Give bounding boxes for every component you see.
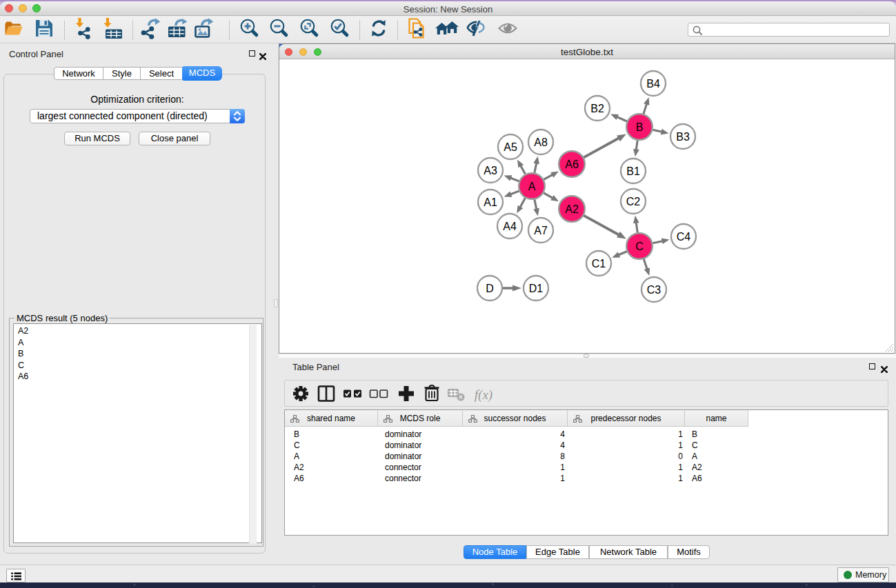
svg-text:B2: B2: [590, 103, 604, 114]
svg-text:C2: C2: [626, 196, 641, 207]
svg-text:A1: A1: [484, 196, 497, 208]
svg-text:C: C: [635, 241, 644, 252]
svg-text:A4: A4: [503, 221, 517, 232]
svg-text:A5: A5: [504, 141, 517, 153]
svg-text:A2: A2: [565, 203, 579, 215]
svg-text:A6: A6: [565, 159, 579, 170]
svg-text:C4: C4: [677, 231, 691, 243]
svg-text:C3: C3: [647, 284, 661, 296]
svg-text:C1: C1: [592, 258, 606, 270]
svg-text:D: D: [486, 283, 494, 294]
svg-text:A8: A8: [534, 136, 548, 148]
svg-text:B3: B3: [676, 131, 690, 143]
svg-text:B: B: [636, 121, 644, 133]
svg-text:A3: A3: [484, 165, 497, 176]
svg-text:A: A: [528, 181, 536, 192]
svg-text:B1: B1: [626, 165, 640, 177]
svg-text:B4: B4: [646, 78, 660, 90]
svg-text:A7: A7: [534, 225, 548, 236]
svg-text:D1: D1: [529, 283, 544, 294]
